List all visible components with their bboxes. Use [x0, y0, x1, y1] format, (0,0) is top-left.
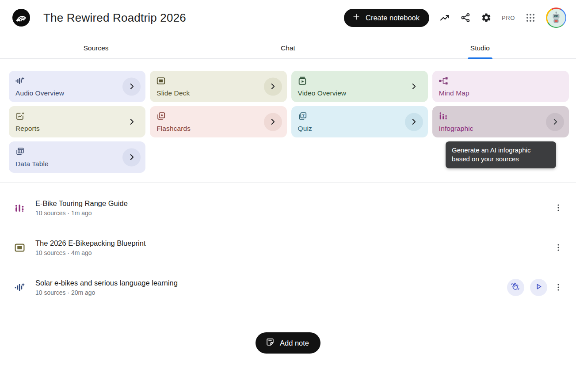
- waving-hand-icon: [511, 282, 520, 293]
- share-icon[interactable]: [460, 12, 471, 23]
- notebooklm-logo-icon[interactable]: [12, 9, 30, 27]
- studio-tool-data-table[interactable]: Data Table: [9, 141, 145, 173]
- notebook-title[interactable]: The Rewired Roadtrip 2026: [43, 11, 186, 25]
- flashcards-star-icon: [156, 111, 280, 121]
- play-icon: [534, 282, 543, 293]
- output-row-infographic[interactable]: E-Bike Touring Range Guide 10 sources · …: [14, 196, 564, 219]
- tab-chat[interactable]: Chat: [192, 35, 384, 58]
- chevron-right-icon[interactable]: [264, 113, 282, 131]
- audio-waveform-sparkle-icon: [15, 76, 139, 86]
- create-notebook-button[interactable]: Create notebook: [344, 9, 429, 27]
- note-icon: [265, 337, 275, 349]
- infographic-bars-icon: [14, 202, 27, 213]
- infographic-bars-icon: [439, 111, 563, 121]
- audio-waveform-sparkle-icon: [14, 282, 27, 293]
- more-options-icon[interactable]: [553, 202, 564, 213]
- studio-tool-slide-deck[interactable]: Slide Deck: [150, 71, 286, 102]
- footer: Add note: [0, 332, 576, 354]
- interactive-mode-button[interactable]: [507, 279, 524, 296]
- video-overview-icon: [298, 76, 422, 86]
- quiz-cards-icon: ?: [298, 111, 422, 121]
- header-actions: Create notebook PRO: [344, 8, 566, 28]
- pro-badge: PRO: [502, 15, 515, 21]
- output-row-slide-deck[interactable]: The 2026 E-Bikepacking Blueprint 10 sour…: [14, 236, 564, 259]
- add-note-button[interactable]: Add note: [256, 332, 320, 354]
- output-meta: 10 sources · 1m ago: [35, 209, 128, 217]
- slide-deck-icon: [156, 76, 280, 86]
- play-audio-button[interactable]: [530, 279, 547, 296]
- panel-tabs: Sources Chat Studio: [0, 35, 576, 59]
- more-options-icon[interactable]: [553, 282, 564, 293]
- chevron-right-icon[interactable]: [122, 113, 141, 131]
- google-apps-grid-icon[interactable]: [525, 12, 536, 23]
- output-row-audio-overview[interactable]: Solar e-bikes and serious language learn…: [14, 276, 564, 299]
- active-tab-underline: [468, 57, 492, 59]
- chevron-right-icon[interactable]: [122, 148, 141, 166]
- slide-deck-icon: [14, 242, 27, 253]
- account-avatar[interactable]: [546, 8, 566, 28]
- more-options-icon[interactable]: [553, 242, 564, 253]
- output-title: Solar e-bikes and serious language learn…: [35, 279, 178, 287]
- studio-outputs-list: E-Bike Touring Range Guide 10 sources · …: [0, 183, 576, 299]
- output-meta: 10 sources · 20m ago: [35, 289, 178, 296]
- output-title: The 2026 E-Bikepacking Blueprint: [35, 239, 145, 247]
- chevron-right-icon[interactable]: [405, 77, 423, 95]
- studio-tool-quiz[interactable]: ? Quiz: [291, 106, 428, 137]
- mind-map-icon: [439, 76, 563, 86]
- report-sparkle-icon: [15, 111, 139, 121]
- svg-text:?: ?: [302, 113, 305, 118]
- studio-tool-infographic[interactable]: Infographic: [432, 106, 569, 137]
- output-meta: 10 sources · 4m ago: [35, 249, 145, 256]
- plus-icon: [352, 12, 361, 23]
- data-table-icon: [15, 147, 139, 156]
- infographic-tooltip: Generate an AI infographic based on your…: [446, 141, 556, 168]
- chevron-right-icon[interactable]: [546, 113, 564, 131]
- robot-avatar-image: [547, 9, 565, 27]
- analytics-trending-up-icon[interactable]: [439, 12, 450, 23]
- header: The Rewired Roadtrip 2026 Create noteboo…: [0, 0, 576, 35]
- output-title: E-Bike Touring Range Guide: [35, 199, 128, 208]
- notebooklm-studio-page: The Rewired Roadtrip 2026 Create noteboo…: [0, 0, 576, 392]
- studio-tool-reports[interactable]: Reports: [9, 106, 145, 137]
- tab-sources[interactable]: Sources: [0, 35, 192, 58]
- settings-gear-icon[interactable]: [481, 12, 492, 23]
- studio-tool-video-overview[interactable]: Video Overview: [291, 71, 428, 102]
- studio-tool-flashcards[interactable]: Flashcards: [150, 106, 286, 137]
- chevron-right-icon[interactable]: [264, 77, 282, 95]
- tab-studio[interactable]: Studio: [384, 35, 576, 58]
- chevron-right-icon[interactable]: [122, 77, 141, 95]
- studio-tool-mind-map[interactable]: Mind Map: [432, 71, 569, 102]
- chevron-right-icon[interactable]: [405, 113, 423, 131]
- studio-tool-audio-overview[interactable]: Audio Overview: [9, 71, 145, 102]
